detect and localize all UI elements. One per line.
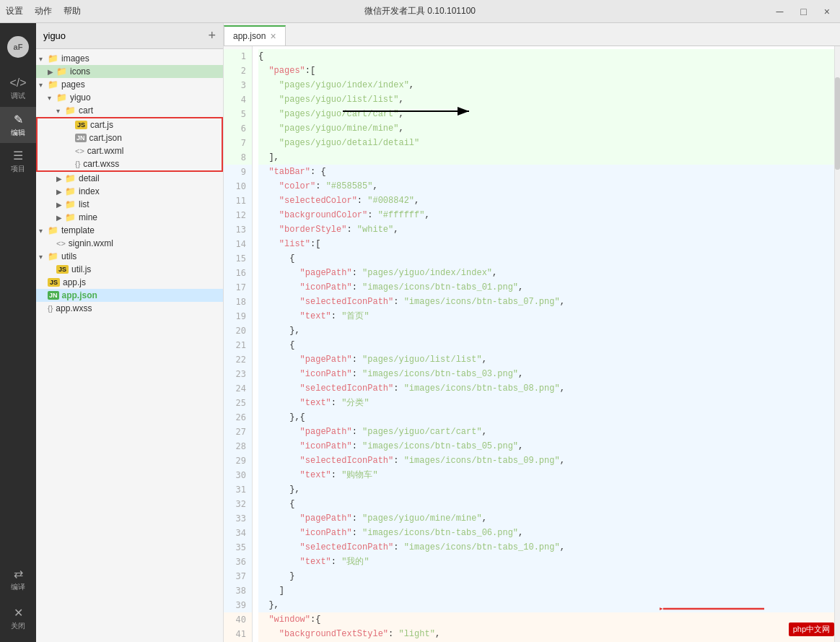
file-name-images: images [61,53,223,64]
line-number-39: 39 [224,598,252,612]
tree-item-cart[interactable]: ▾ 📁 cart [36,104,223,117]
folder-icon: 📁 [65,212,76,222]
tree-item-list[interactable]: ▶ 📁 list [36,198,223,211]
tree-item-app-js[interactable]: JS app.js [36,276,223,289]
code-line-24: "selectedIconPath": "images/icons/btn-ta… [258,381,834,396]
code-text-34: "iconPath": "images/icons/btn-tabs_06.pn… [258,526,523,540]
line-number-17: 17 [224,280,252,295]
code-text-41: "backgroundTextStyle": "light", [258,627,440,641]
code-line-7: "pages/yiguo/detail/detail" [258,136,834,150]
tree-item-cart-wxss[interactable]: {} cart.wxss [38,157,222,170]
line-number-12: 12 [224,208,252,222]
tree-item-yiguo[interactable]: ▾ 📁 yiguo [36,91,223,104]
tree-item-template[interactable]: ▾ 📁 template [36,224,223,237]
code-text-20: }, [258,324,300,338]
js-file-icon: JS [56,265,69,274]
line-number-24: 24 [224,381,252,396]
code-text-24: "selectedIconPath": "images/icons/btn-ta… [258,381,565,396]
minimize-button[interactable]: ─ [771,4,787,19]
code-line-40: "window":{ [258,612,834,627]
line-number-38: 38 [224,584,252,598]
tree-item-cart-json[interactable]: JN cart.json [38,131,222,144]
arrow-icon: ▾ [39,55,48,63]
tree-item-cart-wxml[interactable]: <> cart.wxml [38,144,222,157]
maximize-button[interactable]: □ [796,4,810,19]
line-number-25: 25 [224,396,252,410]
code-text-8: ], [258,150,279,165]
tree-item-app-wxss[interactable]: {} app.wxss [36,302,223,315]
file-name-cart-js: cart.js [90,120,222,130]
code-line-38: ] [258,584,834,598]
code-text-40: "window":{ [258,612,320,627]
code-line-12: "backgroundColor": "#ffffff", [258,208,834,222]
close-button[interactable]: × [820,4,834,19]
code-line-14: "list":[ [258,237,834,251]
arrow-icon: ▶ [56,214,65,222]
editor-tab-app-json[interactable]: app.json × [224,25,286,45]
code-text-19: "text": "首页" [258,309,369,324]
line-number-40: 40 [224,612,252,627]
sidebar-item-translate[interactable]: ⇄ 编译 [0,561,36,597]
code-line-15: { [258,251,834,266]
add-file-button[interactable]: + [208,28,216,43]
code-text-31: }, [258,482,300,497]
line-number-23: 23 [224,367,252,381]
code-text-16: "pagePath": "pages/yiguo/index/index", [258,266,497,280]
file-name-mine: mine [79,212,223,222]
sidebar-avatar[interactable]: aF [0,29,36,65]
line-number-22: 22 [224,352,252,367]
sidebar-item-project[interactable]: ☰ 项目 [0,143,36,179]
file-name-list: list [79,199,223,209]
code-editor[interactable]: 1234567891011121314151617181920212223242… [224,46,840,642]
file-tree-body: ▾ 📁 images ▶ 📁 icons ▾ 📁 pages ▾ 📁 yiguo [36,49,223,642]
tree-item-utils[interactable]: ▾ 📁 utils [36,250,223,263]
code-text-26: },{ [258,410,305,425]
code-text-12: "backgroundColor": "#ffffff", [258,208,430,222]
tree-item-index[interactable]: ▶ 📁 index [36,185,223,198]
tree-item-cart-js[interactable]: JS cart.js [38,118,222,131]
code-text-28: "iconPath": "images/icons/btn-tabs_05.pn… [258,439,523,454]
sidebar-item-debug[interactable]: </> 调试 [0,71,36,107]
code-line-23: "iconPath": "images/icons/btn-tabs_03.pn… [258,367,834,381]
menu-settings[interactable]: 设置 [6,5,23,17]
tree-item-signin-wxml[interactable]: <> signin.wxml [36,237,223,250]
sidebar-item-close[interactable]: ✕ 关闭 [0,600,36,636]
scrollbar-track[interactable] [834,46,840,642]
tab-close-button[interactable]: × [270,31,276,41]
editor-area: app.json × 12345678910111213141516171819… [224,23,840,642]
file-name-cart-wxml: cart.wxml [87,146,222,156]
sidebar-edit-label: 编辑 [11,128,25,138]
sidebar-item-edit[interactable]: ✎ 编辑 [0,107,36,143]
code-content[interactable]: { "pages":[ "pages/yiguo/index/index", "… [253,46,840,642]
code-line-34: "iconPath": "images/icons/btn-tabs_06.pn… [258,526,834,540]
code-line-36: "text": "我的" [258,555,834,569]
close-icon: ✕ [14,606,23,620]
code-line-19: "text": "首页" [258,309,834,324]
code-line-8: ], [258,150,834,165]
editor-tabs: app.json × [224,23,840,46]
code-text-6: "pages/yiguo/mine/mine", [258,121,404,136]
arrow-icon: ▶ [56,175,65,183]
tree-item-app-json[interactable]: JN app.json [36,289,223,302]
user-avatar: aF [7,36,29,58]
tree-item-util-js[interactable]: JS util.js [36,263,223,276]
scrollbar-thumb[interactable] [835,77,840,170]
code-line-16: "pagePath": "pages/yiguo/index/index", [258,266,834,280]
tree-item-detail[interactable]: ▶ 📁 detail [36,172,223,185]
line-number-41: 41 [224,627,252,641]
arrow-icon: ▾ [48,94,56,102]
line-number-36: 36 [224,555,252,569]
file-name-index: index [79,186,223,196]
tree-item-images[interactable]: ▾ 📁 images [36,52,223,65]
json-file-icon: JN [75,134,87,142]
menu-actions[interactable]: 动作 [35,5,52,17]
tree-item-mine[interactable]: ▶ 📁 mine [36,211,223,224]
file-name-app-json: app.json [62,290,223,300]
code-line-25: "text": "分类" [258,396,834,410]
tree-item-pages[interactable]: ▾ 📁 pages [36,78,223,91]
code-line-21: { [258,338,834,352]
cart-files-group: JS cart.js JN cart.json <> cart.wxml [36,117,223,172]
menu-help[interactable]: 帮助 [64,5,81,17]
tree-item-icons[interactable]: ▶ 📁 icons [36,65,223,78]
arrow-icon: ▾ [39,81,48,89]
